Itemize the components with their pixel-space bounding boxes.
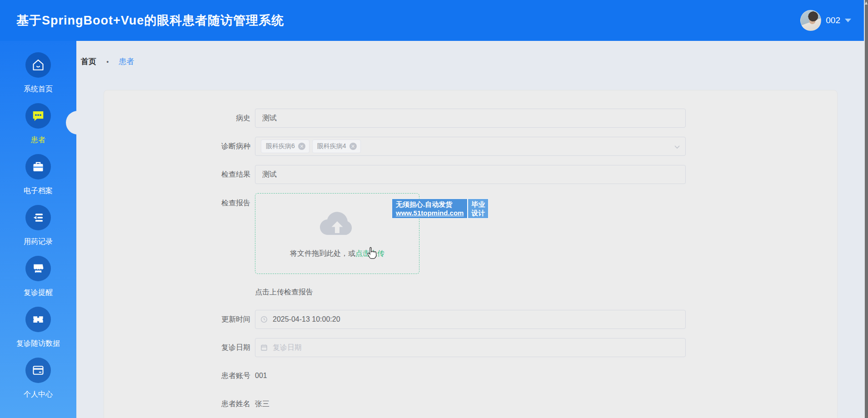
field-label: 复诊日期 — [104, 343, 255, 353]
field-label: 患者账号 — [104, 371, 255, 381]
main-content: 首页 ● 患者 病史 诊断病种 眼科疾病6 ✕ — [76, 41, 864, 418]
user-name[interactable]: 002 — [826, 15, 840, 25]
sidebar-item-label: 系统首页 — [24, 85, 53, 94]
field-label: 检查结果 — [104, 170, 255, 179]
sidebar-item-medication[interactable]: 用药记录 — [0, 205, 76, 246]
sidebar-item-label: 患者 — [31, 135, 45, 144]
briefcase-icon — [25, 154, 51, 179]
field-exam-result: 检查结果 — [104, 165, 837, 184]
upload-cloud-icon — [320, 210, 354, 237]
sidebar-item-archives[interactable]: 电子档案 — [0, 154, 76, 195]
active-item-notch — [66, 111, 90, 134]
sidebar-item-label: 个人中心 — [24, 390, 53, 399]
scroll-up-icon[interactable] — [865, 1, 868, 5]
drag-text: 将文件拖到此处，或 — [290, 249, 355, 257]
field-label: 病史 — [104, 114, 255, 123]
sidebar-item-followup-data[interactable]: 复诊随访数据 — [0, 307, 76, 348]
breadcrumb-separator-icon: ● — [106, 60, 109, 64]
watermark-text: 无须担心.自动发货 www.51topmind.com — [392, 199, 467, 218]
sidebar-item-reminder[interactable]: 复诊提醒 — [0, 256, 76, 297]
watermark-badge: 毕业 设计 — [467, 199, 488, 218]
diagnosis-tag: 眼科疾病4 ✕ — [312, 139, 361, 153]
app-window: 基于SpringBoot+Vue的眼科患者随访管理系统 002 系统首页 — [0, 0, 864, 418]
watermark-url: www.51topmind.com — [396, 209, 464, 217]
sidebar-item-label: 复诊随访数据 — [16, 339, 60, 348]
field-diagnosis: 诊断病种 眼科疾病6 ✕ 眼科疾病4 ✕ — [104, 137, 837, 156]
home-icon — [25, 52, 51, 78]
field-medical-history: 病史 — [104, 109, 837, 128]
list-icon — [25, 205, 51, 230]
reminder-icon — [25, 256, 51, 281]
sidebar-nav: 系统首页 患者 电子档案 — [0, 41, 76, 418]
page-scrollbar[interactable] — [865, 0, 868, 418]
tag-close-icon[interactable]: ✕ — [349, 143, 357, 150]
watermark-ad: 无须担心.自动发货 www.51topmind.com 毕业 设计 — [392, 199, 488, 218]
upload-tip: 点击上传检查报告 — [255, 288, 686, 298]
user-menu[interactable]: 002 — [800, 0, 851, 41]
field-patient-account: 患者账号 001 — [104, 366, 837, 385]
chat-icon — [25, 103, 51, 129]
field-label: 患者姓名 — [104, 399, 255, 409]
sidebar-item-home[interactable]: 系统首页 — [0, 52, 76, 94]
mouse-cursor-icon — [366, 246, 378, 262]
field-update-time: 更新时间 — [104, 310, 837, 329]
chevron-down-icon — [845, 19, 851, 22]
field-label: 诊断病种 — [104, 142, 255, 151]
tag-label: 眼科疾病4 — [317, 142, 346, 150]
update-time-input[interactable] — [255, 310, 686, 329]
sidebar-item-patients[interactable]: 患者 — [0, 103, 76, 144]
sidebar-item-label: 用药记录 — [24, 237, 53, 246]
sidebar-item-label: 电子档案 — [24, 186, 53, 195]
user-avatar[interactable] — [800, 10, 821, 31]
field-label: 更新时间 — [104, 315, 255, 324]
breadcrumb-home[interactable]: 首页 — [81, 56, 96, 67]
ticket-icon — [25, 307, 51, 332]
chevron-down-icon — [673, 143, 681, 152]
tag-label: 眼科疾病6 — [266, 142, 295, 150]
diagnosis-select[interactable]: 眼科疾病6 ✕ 眼科疾病4 ✕ — [255, 137, 686, 156]
breadcrumb: 首页 ● 患者 — [81, 56, 134, 67]
form-panel: 病史 诊断病种 眼科疾病6 ✕ 眼科疾病4 ✕ — [104, 90, 838, 418]
sidebar-item-profile[interactable]: 个人中心 — [0, 358, 76, 399]
field-revisit-date: 复诊日期 — [104, 338, 837, 357]
medical-history-input[interactable] — [255, 109, 686, 128]
field-label: 检查报告 — [104, 193, 255, 208]
patient-name-value: 张三 — [255, 394, 686, 413]
watermark-line1: 无须担心.自动发货 — [396, 200, 464, 209]
revisit-date-input[interactable] — [255, 338, 686, 357]
diagnosis-tag: 眼科疾病6 ✕ — [261, 139, 309, 153]
app-title: 基于SpringBoot+Vue的眼科患者随访管理系统 — [16, 12, 284, 29]
sidebar-item-label: 复诊提醒 — [24, 288, 53, 297]
badge-line1: 毕业 — [471, 200, 485, 209]
top-header: 基于SpringBoot+Vue的眼科患者随访管理系统 002 — [0, 0, 864, 41]
exam-result-input[interactable] — [255, 165, 686, 184]
tag-close-icon[interactable]: ✕ — [298, 143, 305, 150]
card-icon — [25, 358, 51, 383]
badge-line2: 设计 — [471, 209, 485, 217]
field-patient-name: 患者姓名 张三 — [104, 394, 837, 413]
patient-account-value: 001 — [255, 366, 686, 385]
breadcrumb-current: 患者 — [119, 56, 134, 67]
